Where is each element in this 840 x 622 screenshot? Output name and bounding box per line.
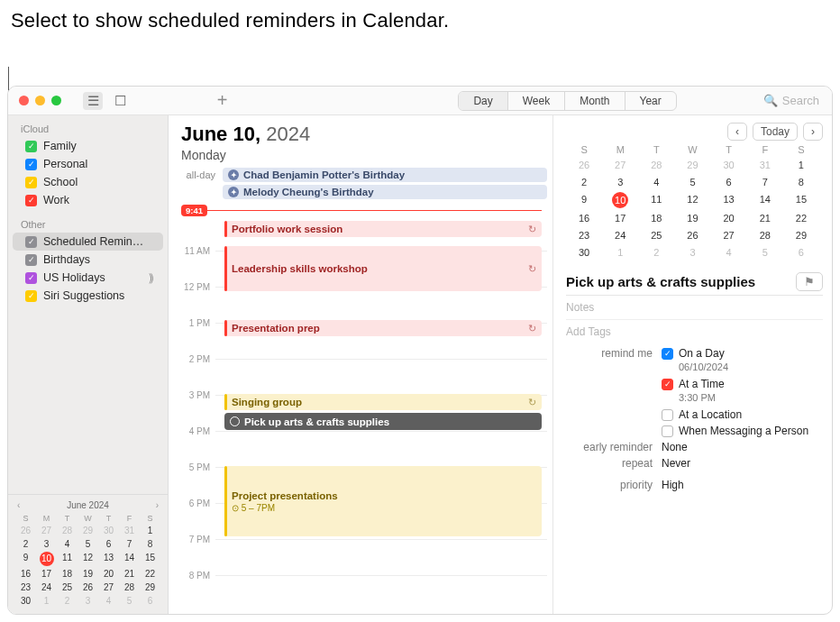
month-day-cell[interactable]: 3 <box>602 175 638 189</box>
zoom-window-icon[interactable] <box>51 96 61 105</box>
month-day-cell[interactable]: 16 <box>566 211 602 225</box>
month-day-cell[interactable]: 28 <box>747 228 783 242</box>
month-day-cell[interactable]: 27 <box>711 228 747 242</box>
month-day-cell[interactable]: 27 <box>602 158 638 172</box>
reminder-title[interactable]: Pick up arts & crafts supplies <box>566 274 755 289</box>
sidebar-item[interactable]: ✓Birthdays <box>13 251 163 269</box>
month-day-cell[interactable]: 29 <box>674 158 710 172</box>
month-day-cell[interactable]: 2 <box>638 245 674 260</box>
month-day-cell[interactable]: 9 <box>566 192 602 208</box>
month-day-cell[interactable]: 22 <box>783 211 819 225</box>
repeat-value[interactable]: Never <box>662 457 823 470</box>
month-day-cell[interactable]: 19 <box>674 211 710 225</box>
month-day-cell[interactable]: 13 <box>711 192 747 208</box>
month-next-button[interactable]: › <box>803 123 823 141</box>
at-a-time-value[interactable]: 3:30 PM <box>679 392 823 403</box>
month-day-cell[interactable]: 21 <box>747 211 783 225</box>
close-window-icon[interactable] <box>19 96 29 105</box>
month-day-cell[interactable]: 8 <box>783 175 819 189</box>
month-day-cell[interactable]: 5 <box>674 175 710 189</box>
month-day-cell[interactable]: 12 <box>674 192 710 208</box>
month-day-cell[interactable]: 20 <box>711 211 747 225</box>
month-day-cell[interactable]: 1 <box>602 245 638 260</box>
mini-next-icon[interactable]: › <box>156 500 159 510</box>
today-button[interactable]: Today <box>753 123 798 141</box>
month-day-cell[interactable]: 4 <box>638 175 674 189</box>
month-day-cell[interactable]: 11 <box>638 192 674 208</box>
month-day-cell[interactable]: 23 <box>566 228 602 242</box>
month-day-cell[interactable]: 4 <box>711 245 747 260</box>
month-day-cell[interactable]: 15 <box>783 192 819 208</box>
day-event[interactable]: Singing group↻ <box>224 394 542 410</box>
all-day-event[interactable]: ✦Chad Benjamin Potter's Birthday <box>223 168 547 182</box>
calendar-color-checkbox[interactable]: ✓ <box>25 159 37 170</box>
calendar-color-checkbox[interactable]: ✓ <box>25 195 37 206</box>
minimize-window-icon[interactable] <box>35 96 45 105</box>
month-day-cell[interactable]: 10 <box>612 192 628 208</box>
month-day-cell[interactable]: 6 <box>711 175 747 189</box>
view-year[interactable]: Year <box>625 92 676 110</box>
tags-field[interactable]: Add Tags <box>566 320 823 347</box>
day-event[interactable]: Pick up arts & crafts supplies <box>224 413 542 430</box>
view-day[interactable]: Day <box>459 92 507 110</box>
month-day-cell[interactable]: 17 <box>602 211 638 225</box>
at-a-time-checkbox[interactable]: ✓ <box>662 379 673 390</box>
view-month[interactable]: Month <box>565 92 625 110</box>
sidebar-item[interactable]: ✓Siri Suggestions <box>13 287 163 305</box>
month-day-cell[interactable]: 29 <box>783 228 819 242</box>
sidebar-item[interactable]: ✓Work <box>13 191 163 209</box>
sidebar-item[interactable]: ✓Personal <box>13 155 163 173</box>
month-day-cell[interactable]: 7 <box>747 175 783 189</box>
at-location-checkbox[interactable] <box>662 409 673 421</box>
month-day-cell[interactable]: 1 <box>783 158 819 172</box>
month-day-cell[interactable]: 28 <box>638 158 674 172</box>
calendar-color-checkbox[interactable]: ✓ <box>25 272 37 284</box>
calendar-color-checkbox[interactable]: ✓ <box>25 290 37 302</box>
early-reminder-value[interactable]: None <box>662 441 823 453</box>
flag-button[interactable]: ⚑ <box>796 272 823 291</box>
on-a-day-checkbox[interactable]: ✓ <box>662 348 673 360</box>
month-day-cell[interactable]: 5 <box>747 245 783 260</box>
month-day-cell[interactable]: 3 <box>674 245 710 260</box>
sidebar-item[interactable]: ✓School <box>13 173 163 191</box>
sidebar-item[interactable]: ✓US Holidays⸩ <box>13 269 163 287</box>
calendar-color-checkbox[interactable]: ✓ <box>25 254 37 266</box>
priority-value[interactable]: High <box>662 479 823 491</box>
month-day-cell[interactable]: 2 <box>566 175 602 189</box>
when-messaging-checkbox[interactable] <box>662 425 673 437</box>
view-switcher[interactable]: Day Week Month Year <box>458 91 676 111</box>
month-day-cell[interactable]: 30 <box>566 245 602 260</box>
early-reminder-label: early reminder <box>566 441 653 453</box>
month-day-cell[interactable]: 26 <box>566 158 602 172</box>
month-day-cell[interactable]: 24 <box>602 228 638 242</box>
sidebar-item[interactable]: ✓Family <box>13 137 163 155</box>
month-day-cell[interactable]: 25 <box>638 228 674 242</box>
sidebar-mini-calendar[interactable]: ‹ June 2024 › SMTWTFS2627282930311234567… <box>8 494 168 614</box>
calendar-color-checkbox[interactable]: ✓ <box>25 236 37 248</box>
hour-label: 8 PM <box>181 571 215 581</box>
on-a-day-value[interactable]: 06/10/2024 <box>679 361 823 372</box>
toggle-sidebar-icon[interactable]: ☰ <box>83 92 103 110</box>
traffic-lights[interactable] <box>19 96 61 105</box>
month-day-cell[interactable]: 30 <box>711 158 747 172</box>
calendar-color-checkbox[interactable]: ✓ <box>25 177 37 188</box>
mini-prev-icon[interactable]: ‹ <box>17 500 20 510</box>
sidebar-item[interactable]: ✓Scheduled Remin… <box>13 233 163 251</box>
day-event[interactable]: Leadership skills workshop↻ <box>224 246 542 291</box>
month-prev-button[interactable]: ‹ <box>727 123 747 141</box>
calendar-color-checkbox[interactable]: ✓ <box>25 141 37 152</box>
day-event[interactable]: Presentation prep↻ <box>224 320 542 336</box>
month-day-cell[interactable]: 26 <box>674 228 710 242</box>
month-day-cell[interactable]: 14 <box>747 192 783 208</box>
month-day-cell[interactable]: 6 <box>783 245 819 260</box>
search-field[interactable]: 🔍 Search <box>763 94 819 107</box>
month-day-cell[interactable]: 31 <box>747 158 783 172</box>
notes-field[interactable]: Notes <box>566 299 823 320</box>
add-event-button[interactable]: + <box>217 90 228 111</box>
all-day-event[interactable]: ✦Melody Cheung's Birthday <box>223 185 547 199</box>
view-week[interactable]: Week <box>508 92 565 110</box>
day-event[interactable]: Project presentations⊙ 5 – 7PM <box>224 466 542 536</box>
day-event[interactable]: Portfolio work session↻ <box>224 221 542 237</box>
inbox-icon[interactable]: ☐ <box>110 92 130 110</box>
month-day-cell[interactable]: 18 <box>638 211 674 225</box>
